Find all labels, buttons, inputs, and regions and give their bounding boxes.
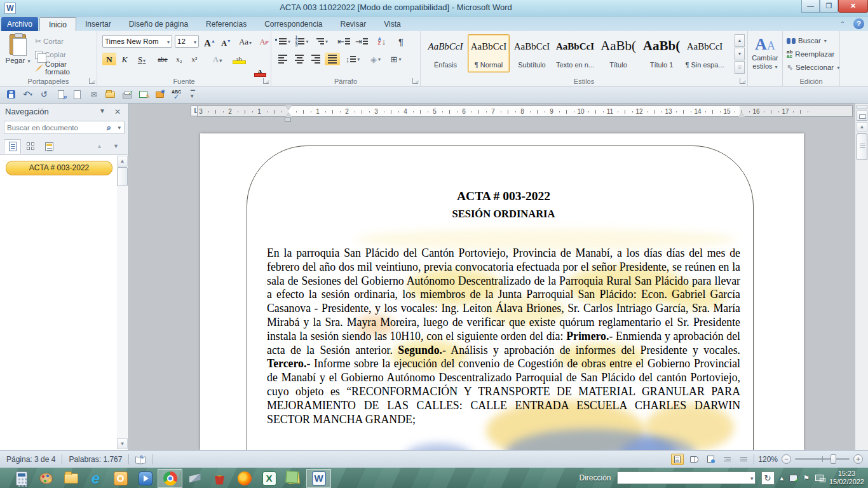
right-indent-marker[interactable] (738, 112, 745, 117)
word-count[interactable]: Palabras: 1.767 (62, 455, 128, 464)
tab-archivo[interactable]: Archivo (1, 17, 38, 31)
help-icon[interactable]: ? (853, 18, 864, 29)
show-marks-button[interactable]: ¶ (393, 35, 409, 48)
save-icon[interactable] (5, 88, 17, 100)
flag-tray-icon[interactable]: ⚑ (803, 474, 810, 482)
tab-inicio[interactable]: Inicio (39, 17, 76, 31)
highlight-color-button[interactable]: ab (229, 53, 248, 65)
page-indicator[interactable]: Página: 3 de 4 (0, 455, 62, 464)
tab-diseño-de-página[interactable]: Diseño de página (120, 17, 197, 31)
edit-table-icon[interactable] (137, 88, 149, 100)
draft-view-button[interactable] (737, 454, 750, 465)
nav-close-icon[interactable]: ✕ (114, 107, 121, 116)
tab-referencias[interactable]: Referencias (197, 17, 255, 31)
refresh-icon[interactable]: ↻ (761, 471, 775, 485)
paragraph-dialog-launcher[interactable] (412, 78, 418, 84)
scroll-thumb[interactable] (857, 133, 867, 160)
clipboard-dialog-launcher[interactable] (89, 78, 95, 84)
vertical-scrollbar[interactable]: ▲ (855, 104, 868, 450)
print-preview-icon[interactable] (55, 88, 67, 100)
styles-more-icon[interactable]: ⍗ (735, 61, 745, 74)
open-icon[interactable] (104, 88, 116, 100)
italic-button[interactable]: K (118, 53, 132, 65)
nav-heading-item[interactable]: ACTA # 003-2022 (6, 161, 112, 175)
search-dropdown-icon[interactable]: ▾ (118, 125, 121, 131)
chrome-taskbar-icon[interactable] (158, 469, 182, 488)
letter-opener-taskbar-icon[interactable] (182, 469, 207, 488)
style-texto-en-n-[interactable]: AaBbCcITexto en n... (554, 34, 596, 72)
new-document-icon[interactable] (71, 88, 83, 100)
nav-tab-headings[interactable] (4, 139, 21, 154)
shrink-font-button[interactable]: A▼ (219, 35, 233, 48)
close-button[interactable]: ✕ (838, 0, 868, 13)
sticky-notes-taskbar-icon[interactable] (281, 469, 306, 488)
address-bar[interactable]: ▾ (617, 471, 756, 484)
find-button[interactable]: Buscar (787, 35, 827, 46)
superscript-button[interactable]: x² (187, 53, 201, 65)
undo-icon[interactable]: ↶▾ (22, 88, 34, 100)
previous-heading-icon[interactable]: ▲ (97, 143, 102, 149)
document-text[interactable]: ACTA # 003-2022 SESIÓN ORDINARIA En la p… (267, 189, 740, 426)
style-subtítulo[interactable]: AaBbCcISubtítulo (511, 34, 553, 72)
style-énfasis[interactable]: AaBbCcIÉnfasis (424, 34, 466, 72)
zoom-out-button[interactable]: − (782, 454, 791, 464)
search-box[interactable]: ⌕ ▾ (4, 121, 125, 134)
styles-dialog-launcher[interactable] (740, 78, 745, 84)
format-painter-button[interactable]: Copiar formato (33, 62, 95, 74)
outline-view-button[interactable] (721, 454, 733, 465)
tab-insertar[interactable]: Insertar (76, 17, 120, 31)
clock[interactable]: 15:2315/02/2022 (829, 470, 864, 486)
scroll-up-icon[interactable]: ▲ (117, 156, 128, 166)
align-left-button[interactable] (275, 53, 290, 65)
horizontal-ruler[interactable]: 3211234567891011121314151617 (197, 105, 853, 117)
address-dropdown-icon[interactable]: ▾ (750, 475, 754, 482)
nav-tab-pages[interactable] (22, 139, 39, 154)
grow-font-button[interactable]: A▲ (203, 35, 217, 48)
clear-formatting-button[interactable]: A◤ (257, 35, 271, 48)
burn-basket-taskbar-icon[interactable] (207, 469, 232, 488)
nav-scrollbar[interactable]: ▲ ▼ (117, 156, 128, 449)
line-spacing-button[interactable]: ↕ (345, 53, 360, 65)
cut-button[interactable]: ✂ Cortar (33, 35, 95, 48)
zoom-in-button[interactable]: + (853, 454, 863, 464)
tab-correspondencia[interactable]: Correspondencia (255, 17, 331, 31)
print-layout-view-button[interactable] (671, 454, 684, 465)
style--sin-espa-[interactable]: AaBbCcI¶ Sin espa... (684, 34, 726, 72)
network-tray-icon[interactable] (815, 475, 824, 481)
font-dialog-launcher[interactable] (263, 78, 269, 84)
nav-options-dropdown-icon[interactable]: ▼ (99, 107, 105, 114)
underline-button[interactable]: S (133, 53, 151, 65)
left-indent-marker[interactable] (285, 112, 292, 117)
media-player-taskbar-icon[interactable] (133, 469, 158, 488)
zoom-slider-thumb[interactable] (831, 454, 836, 464)
first-line-indent-marker[interactable] (285, 105, 292, 110)
zoom-level[interactable]: 120% (758, 455, 778, 464)
align-center-button[interactable] (292, 53, 307, 65)
nav-scroll-thumb[interactable] (117, 167, 128, 186)
nav-tab-results[interactable] (41, 139, 58, 154)
minimize-button[interactable]: — (801, 0, 820, 13)
font-color-button[interactable]: A (251, 65, 269, 78)
shading-button[interactable]: ◈ (368, 53, 383, 65)
styles-scroll-up-icon[interactable]: ▲ (735, 34, 745, 47)
style-título[interactable]: AaBb(Título (597, 34, 639, 72)
restore-button[interactable]: ❐ (820, 0, 838, 13)
change-case-button[interactable]: Aa (237, 35, 254, 48)
calculator-taskbar-icon[interactable] (9, 469, 34, 488)
increase-indent-button[interactable]: ⇥ (354, 35, 369, 48)
sort-button[interactable]: AZ↓ (374, 35, 390, 48)
spelling-icon[interactable]: ABC✓ (170, 88, 182, 100)
decrease-indent-button[interactable]: ⇤ (336, 35, 351, 48)
email-icon[interactable]: ✉ (88, 88, 100, 100)
styles-scroll-down-icon[interactable]: ▼ (735, 48, 745, 60)
align-right-button[interactable] (308, 53, 323, 65)
split-handle[interactable] (857, 105, 867, 109)
scroll-up-icon[interactable]: ▲ (857, 122, 867, 132)
replace-button[interactable]: abac Reemplazar (787, 48, 834, 60)
fullscreen-reading-view-button[interactable] (688, 454, 700, 465)
file-explorer-taskbar-icon[interactable] (58, 469, 83, 488)
redo-icon[interactable]: ↺ (38, 88, 50, 100)
collapse-ribbon-icon[interactable]: ⌃ (837, 19, 848, 29)
usb-tray-icon[interactable] (789, 475, 797, 482)
style-título-1[interactable]: AaBb(Título 1 (641, 34, 682, 72)
